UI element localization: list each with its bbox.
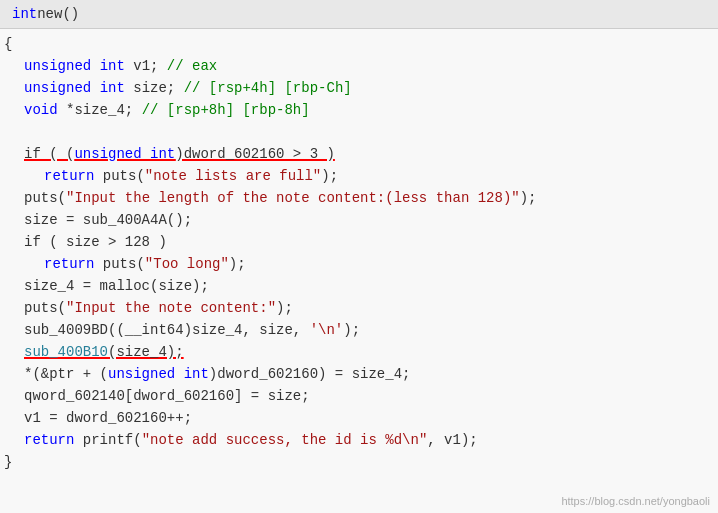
code-line: void *size_4; // [rsp+8h] [rbp-8h] [0,99,718,121]
code-token: size_4 = malloc(size); [24,278,209,294]
code-line: v1 = dword_602160++; [0,407,718,429]
code-token: puts [24,300,58,316]
code-token: ( [136,256,144,272]
code-token: return [44,256,103,272]
code-token: puts [103,168,137,184]
code-token: if ( size > 128 ) [24,234,167,250]
code-line: *(&ptr + (unsigned int)dword_602160) = s… [0,363,718,385]
code-token: printf [83,432,133,448]
code-token: unsigned int [108,366,209,382]
close-brace: } [0,451,718,473]
code-token: return [24,432,83,448]
code-line: if ( (unsigned int)dword_602160 > 3 ) [0,143,718,165]
code-token: "Input the note content:" [66,300,276,316]
code-token: int [100,58,125,74]
code-token: ); [229,256,246,272]
code-token: ( [58,300,66,316]
code-token: int [100,80,125,96]
code-token: ( [133,432,141,448]
code-token: v1 = dword_602160++; [24,410,192,426]
code-line: return puts("note lists are full"); [0,165,718,187]
code-token: puts [103,256,137,272]
code-line: return printf("note add success, the id … [0,429,718,451]
code-token: // [rsp+8h] [rbp-8h] [142,102,310,118]
code-token: )dword_602160 > 3 ) [175,146,335,162]
header-keyword: int [12,6,37,22]
open-brace: { [0,33,718,55]
code-token: size = sub_400A4A(); [24,212,192,228]
lines-container: unsigned int v1; // eaxunsigned int size… [0,55,718,451]
code-line: unsigned int v1; // eax [0,55,718,77]
code-token: *(&ptr + ( [24,366,108,382]
code-line: size_4 = malloc(size); [0,275,718,297]
header-function: new() [37,6,79,22]
code-token: ); [276,300,293,316]
code-token: , v1); [427,432,477,448]
code-token: "Input the length of the note content:(l… [66,190,520,206]
code-line: puts("Input the length of the note conte… [0,187,718,209]
code-line: qword_602140[dword_602160] = size; [0,385,718,407]
code-token: v1; [125,58,167,74]
code-token: unsigned [24,58,100,74]
code-line: if ( size > 128 ) [0,231,718,253]
code-token: unsigned [24,80,100,96]
code-line: return puts("Too long"); [0,253,718,275]
code-token: sub_400B10 [24,344,108,360]
code-token: "Too long" [145,256,229,272]
watermark: https://blog.csdn.net/yongbaoli [561,495,710,507]
code-token: void [24,102,58,118]
code-token: puts [24,190,58,206]
code-token: )dword_602160) = size_4; [209,366,411,382]
code-line [0,121,718,143]
code-token: *size_4; [58,102,142,118]
code-token: qword_602140[dword_602160] = size; [24,388,310,404]
code-token: ); [321,168,338,184]
code-line: sub_4009BD((__int64)size_4, size, '\n'); [0,319,718,341]
code-container: intnew() { unsigned int v1; // eaxunsign… [0,0,718,513]
code-token: "note lists are full" [145,168,321,184]
code-body: { unsigned int v1; // eaxunsigned int si… [0,29,718,477]
code-line: size = sub_400A4A(); [0,209,718,231]
code-token: // [rsp+4h] [rbp-Ch] [184,80,352,96]
code-token: return [44,168,103,184]
code-token: ); [343,322,360,338]
code-token: (size_4); [108,344,184,360]
code-token: size; [125,80,184,96]
code-token: ( [58,190,66,206]
code-line: sub_400B10(size_4); [0,341,718,363]
code-header: intnew() [0,0,718,29]
code-token: ); [520,190,537,206]
code-line: puts("Input the note content:"); [0,297,718,319]
code-line: unsigned int size; // [rsp+4h] [rbp-Ch] [0,77,718,99]
code-token: if ( ( [24,146,74,162]
code-token: sub_4009BD((__int64)size_4, size, [24,322,310,338]
code-token: unsigned int [74,146,175,162]
code-token: // eax [167,58,217,74]
code-token: '\n' [310,322,344,338]
code-token: "note add success, the id is %d\n" [142,432,428,448]
code-token: ( [136,168,144,184]
